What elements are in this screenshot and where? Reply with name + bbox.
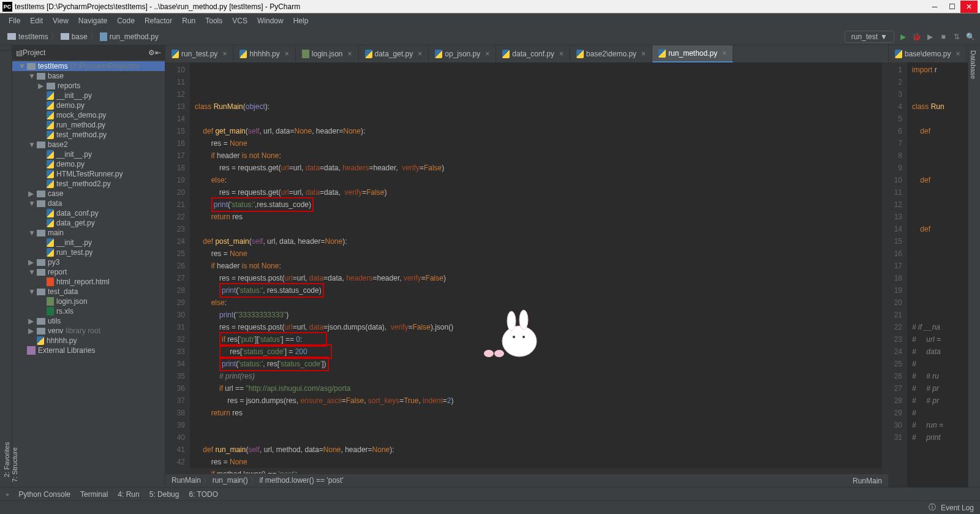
editor-tab[interactable]: base\demo.py× (889, 45, 967, 62)
editor-tab[interactable]: data_get.py× (359, 45, 429, 62)
tool-tab[interactable]: 1: Project (0, 50, 10, 487)
tree-item[interactable]: ▼base2 (12, 140, 165, 149)
tree-item[interactable]: ▶utils (12, 316, 165, 326)
tree-item[interactable]: run_method.py (12, 120, 165, 130)
folder-icon (37, 73, 45, 80)
editor-tab[interactable]: hhhhh.py× (233, 45, 295, 62)
event-log-icon[interactable]: ⓘ (929, 502, 936, 513)
tree-item[interactable]: External Libraries (12, 346, 165, 355)
tree-item[interactable]: data_conf.py (12, 208, 165, 218)
breadcrumb-item[interactable]: if method.lower() == 'post' (259, 476, 343, 485)
code-editor[interactable]: class RunMain(object): def get_main(self… (190, 62, 882, 474)
close-tab-icon[interactable]: × (559, 50, 564, 58)
menu-bar: FileEditViewNavigateCodeRefactorRunTools… (0, 13, 980, 28)
tree-item[interactable]: demo.py (12, 100, 165, 110)
tree-item[interactable]: run_test.py (12, 248, 165, 257)
editor-tab[interactable]: base2\demo.py× (570, 45, 652, 62)
tree-item[interactable]: login.json (12, 297, 165, 306)
panel-collapse-icon[interactable]: ⇤ (155, 48, 161, 57)
bottom-tool-bar: ▫ Python ConsoleTerminal4: Run5: Debug6:… (0, 487, 980, 501)
breadcrumb-item[interactable]: RunMain (172, 476, 201, 485)
tree-item[interactable]: test_method2.py (12, 179, 165, 189)
menu-refactor[interactable]: Refactor (141, 15, 176, 26)
run-configuration-selector[interactable]: run_test▼ (845, 31, 894, 43)
tree-item[interactable]: ▼data (12, 198, 165, 208)
tree-item[interactable]: data_get.py (12, 218, 165, 228)
tree-item[interactable]: ▼test_data (12, 287, 165, 297)
tree-item[interactable]: ▼main (12, 228, 165, 238)
close-tab-icon[interactable]: × (348, 50, 352, 58)
tree-item[interactable]: ▶py3 (12, 257, 165, 267)
menu-run[interactable]: Run (178, 15, 199, 26)
close-tab-icon[interactable]: × (285, 50, 289, 58)
close-tab-icon[interactable]: × (485, 50, 489, 58)
panel-settings-icon[interactable]: ⚙ (148, 48, 155, 57)
editor-tab[interactable]: run_method.py× (652, 45, 733, 62)
tree-item[interactable]: ▼base (12, 71, 165, 81)
tree-item[interactable]: ▶reports (12, 81, 165, 91)
vcs-icon[interactable]: ⇅ (952, 32, 962, 42)
tree-item[interactable]: ▼testItems D:\PycharmProjects\t (12, 61, 165, 71)
menu-file[interactable]: File (5, 15, 24, 26)
nav-crumb[interactable]: run_method.py (110, 32, 159, 41)
tree-item[interactable]: hhhhh.py (12, 336, 165, 346)
editor-tab[interactable]: login.json× (296, 45, 359, 62)
tree-item[interactable]: __init__.py (12, 149, 165, 159)
tree-item[interactable]: __init__.py (12, 91, 165, 100)
debug-icon[interactable]: 🐞 (911, 32, 921, 42)
tree-item[interactable]: __init__.py (12, 238, 165, 248)
menu-code[interactable]: Code (113, 15, 138, 26)
bottom-tool-tab[interactable]: 5: Debug (149, 490, 179, 499)
stop-icon[interactable]: ■ (938, 32, 948, 42)
breadcrumb-item[interactable]: run_main() (213, 476, 248, 485)
bottom-tool-tab[interactable]: Terminal (80, 490, 108, 499)
close-tab-icon[interactable]: × (641, 50, 646, 58)
close-tab-icon[interactable]: × (418, 50, 422, 58)
nav-crumb[interactable]: base (72, 32, 88, 41)
bottom-tool-tab[interactable]: Python Console (18, 490, 70, 499)
close-tab-icon[interactable]: × (222, 50, 227, 58)
folder-icon (37, 328, 45, 334)
menu-tools[interactable]: Tools (202, 15, 226, 26)
close-button[interactable]: ✕ (960, 1, 978, 13)
menu-edit[interactable]: Edit (26, 15, 47, 26)
maximize-button[interactable]: ☐ (943, 1, 960, 13)
scrollbar[interactable] (882, 62, 888, 474)
menu-window[interactable]: Window (254, 15, 287, 26)
tree-item[interactable]: mock_demo.py (12, 110, 165, 120)
tree-item[interactable]: rs.xls (12, 306, 165, 316)
project-panel: ▤ Project ⚙ ⇤ ▼testItems D:\PycharmProje… (12, 45, 165, 487)
tree-item[interactable]: html_report.html (12, 277, 165, 287)
tool-tab[interactable]: 2: Favorites (2, 426, 12, 482)
coverage-icon[interactable]: ▶ (925, 32, 935, 42)
tool-window-toggle-icon[interactable]: ▫ (6, 490, 9, 499)
nav-crumb[interactable]: testItems (18, 32, 48, 41)
menu-view[interactable]: View (49, 15, 72, 26)
tree-item[interactable]: HTMLTestRunner.py (12, 169, 165, 179)
event-log-label[interactable]: Event Log (941, 504, 974, 512)
editor-tab[interactable]: run_test.py× (165, 45, 233, 62)
tree-item[interactable]: ▼report (12, 267, 165, 277)
tree-item[interactable]: ▶case (12, 189, 165, 198)
lib-icon-icon (27, 346, 36, 355)
project-panel-header: ▤ Project ⚙ ⇤ (12, 45, 165, 60)
editor-tab[interactable]: data_conf.py× (496, 45, 570, 62)
pyfile-icon (47, 170, 54, 178)
folder-icon (7, 33, 16, 40)
search-icon[interactable]: 🔍 (965, 32, 975, 42)
menu-navigate[interactable]: Navigate (75, 15, 111, 26)
tool-tab[interactable]: Database (968, 45, 978, 487)
menu-help[interactable]: Help (290, 15, 312, 26)
tree-item[interactable]: demo.py (12, 159, 165, 169)
tool-tab[interactable]: 7: Structure (10, 50, 20, 487)
tree-item[interactable]: ▶venv library root (12, 326, 165, 336)
tree-item[interactable]: test_method.py (12, 130, 165, 140)
minimize-button[interactable]: ─ (926, 1, 943, 13)
bottom-tool-tab[interactable]: 4: Run (118, 490, 139, 499)
editor-tab[interactable]: op_json.py× (429, 45, 496, 62)
run-icon[interactable]: ▶ (898, 32, 908, 42)
bottom-tool-tab[interactable]: 6: TODO (189, 490, 218, 499)
project-tree[interactable]: ▼testItems D:\PycharmProjects\t▼base▶rep… (12, 60, 165, 487)
menu-vcs[interactable]: VCS (228, 15, 251, 26)
close-tab-icon[interactable]: × (722, 49, 726, 58)
